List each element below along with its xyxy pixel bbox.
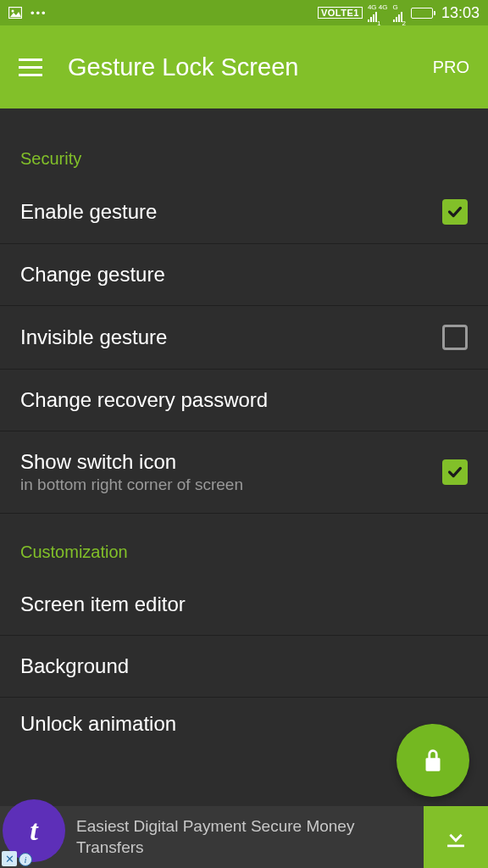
- menu-icon[interactable]: [19, 58, 42, 76]
- row-enable-gesture[interactable]: Enable gesture: [0, 181, 488, 244]
- ad-banner[interactable]: t ✕ i Easiest Digital Payment Secure Mon…: [0, 806, 488, 868]
- label: Invisible gesture: [20, 326, 442, 349]
- pro-button[interactable]: PRO: [433, 58, 469, 77]
- row-show-switch[interactable]: Show switch icon in bottom right corner …: [0, 431, 488, 514]
- sublabel: in bottom right corner of screen: [20, 476, 442, 494]
- row-background[interactable]: Background: [0, 636, 488, 698]
- label: Show switch icon: [20, 450, 442, 474]
- app-bar: Gesture Lock Screen PRO: [0, 25, 488, 108]
- label: Change recovery password: [20, 388, 468, 412]
- row-change-gesture[interactable]: Change gesture: [0, 244, 488, 306]
- clock: 13:03: [441, 4, 480, 22]
- volte-indicator: VOLTE1: [318, 7, 363, 19]
- network-g: G: [393, 3, 398, 11]
- row-unlock-animation[interactable]: Unlock animation: [0, 698, 488, 732]
- more-icon: •••: [30, 7, 47, 19]
- status-bar: ••• VOLTE1 4G 4G1 G2 13:03: [0, 0, 488, 25]
- label: Unlock animation: [20, 712, 468, 732]
- lock-icon: [419, 746, 447, 775]
- ad-download-button[interactable]: [424, 806, 488, 868]
- label: Enable gesture: [20, 200, 442, 224]
- network-label: 4G 4G: [368, 3, 388, 11]
- ad-app-icon[interactable]: t ✕ i: [0, 806, 68, 868]
- section-customization: Customization: [0, 514, 488, 574]
- checkbox-enable-gesture[interactable]: [442, 199, 468, 225]
- battery-icon: [411, 8, 433, 19]
- row-change-recovery[interactable]: Change recovery password: [0, 370, 488, 431]
- download-icon: [441, 823, 470, 852]
- label: Background: [20, 654, 468, 678]
- ad-close-icon[interactable]: ✕: [2, 851, 17, 866]
- row-invisible-gesture[interactable]: Invisible gesture: [0, 306, 488, 370]
- svg-point-1: [12, 10, 14, 13]
- checkbox-invisible-gesture[interactable]: [442, 325, 468, 350]
- label: Screen item editor: [20, 593, 468, 616]
- lock-fab[interactable]: [396, 724, 469, 797]
- ad-text: Easiest Digital Payment Secure Money Tra…: [68, 806, 424, 868]
- app-title: Gesture Lock Screen: [68, 53, 298, 81]
- checkbox-show-switch[interactable]: [442, 459, 468, 485]
- ad-info-icon[interactable]: i: [19, 853, 32, 866]
- section-security: Security: [0, 108, 488, 181]
- settings-content: Security Enable gesture Change gesture I…: [0, 108, 488, 806]
- label: Change gesture: [20, 263, 468, 287]
- row-screen-editor[interactable]: Screen item editor: [0, 574, 488, 636]
- image-icon: [8, 7, 22, 19]
- signal-icon-1: [368, 12, 377, 22]
- signal-icon-2: [393, 12, 402, 22]
